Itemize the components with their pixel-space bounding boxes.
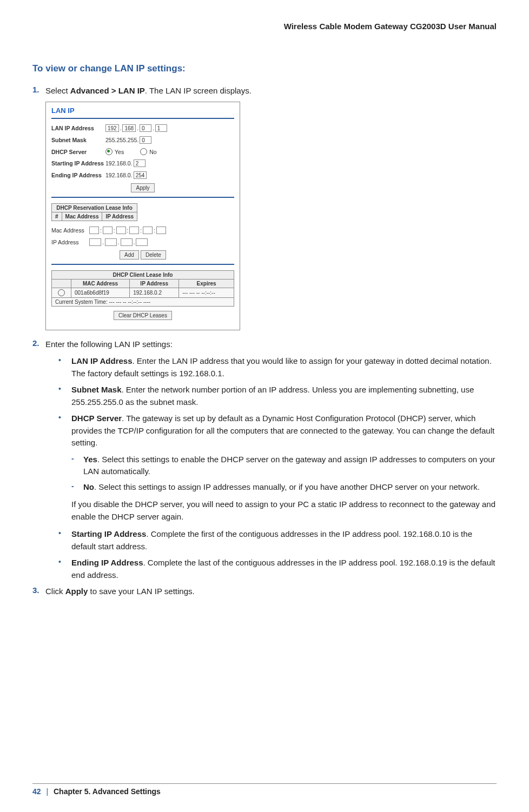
bold: LAN IP Address — [71, 356, 133, 365]
client-exp-header: Expires — [179, 279, 234, 288]
client-radio[interactable] — [52, 288, 71, 298]
radio-yes-label: Yes — [115, 149, 124, 155]
bullet-text: DHCP Server. The gateway is set up by de… — [71, 412, 497, 449]
bullet-text: Ending IP Address. Complete the last of … — [71, 557, 497, 581]
client-exp: --- --- -- --:--:-- — [179, 288, 234, 298]
ip-prefix: 192.168.0. — [105, 172, 133, 178]
colon: : — [154, 228, 155, 234]
bullet-icon: • — [58, 557, 71, 581]
bold: Starting IP Address — [71, 529, 146, 538]
divider — [51, 264, 234, 265]
mac-input[interactable] — [116, 227, 126, 234]
ip-label: IP Address — [51, 239, 89, 245]
mac-input[interactable] — [89, 227, 99, 234]
dash-text: Yes. Select this settings to enable the … — [83, 454, 497, 478]
dash-icon: - — [71, 454, 83, 478]
subnet-prefix: 255.255.255. — [105, 137, 138, 143]
bold-text: Advanced > LAN IP — [70, 86, 145, 95]
dhcp-label: DHCP Server — [51, 149, 105, 155]
mac-input[interactable] — [156, 227, 166, 234]
end-ip-input[interactable]: 254 — [134, 171, 147, 179]
colon: : — [114, 228, 115, 234]
bullet-text: Subnet Mask. Enter the network number po… — [71, 384, 497, 408]
system-time: Current System Time: --- --- -- --:--:--… — [52, 298, 234, 307]
ip-octet-input[interactable]: 168 — [122, 124, 136, 132]
panel-title: LAN IP — [51, 107, 234, 115]
text: . Select this settings to enable the DHC… — [83, 455, 495, 476]
start-ip-label: Starting IP Address — [51, 160, 105, 167]
divider — [51, 197, 234, 198]
dot: . — [153, 125, 154, 131]
bullet-icon: • — [58, 355, 71, 380]
bullet-icon: • — [58, 528, 71, 553]
client-title: DHCP Client Lease Info — [52, 271, 234, 279]
step-number: 2. — [32, 338, 45, 350]
ip-input[interactable] — [105, 238, 117, 246]
subnet-input[interactable]: 0 — [140, 136, 151, 144]
text: . Enter the LAN IP address that you woul… — [71, 356, 492, 378]
reservation-table: DHCP Reservation Lease Info # Mac Addres… — [51, 203, 137, 221]
text: Select — [45, 86, 70, 95]
ip-input[interactable] — [121, 238, 133, 246]
radio-yes[interactable] — [105, 148, 113, 155]
step-text: Click Apply to save your LAN IP settings… — [45, 585, 195, 597]
step-number: 3. — [32, 585, 45, 597]
bold-text: Apply — [65, 587, 88, 596]
colon: : — [100, 228, 102, 234]
ip-octet-input[interactable]: 192 — [105, 124, 119, 132]
ip-input[interactable] — [89, 238, 101, 246]
ip-octet-input[interactable]: 0 — [140, 124, 151, 132]
client-ip-header: IP Address — [130, 279, 179, 288]
dash-icon: - — [71, 481, 83, 494]
text: . The gateway is set up by default as a … — [71, 414, 494, 447]
dot: . — [137, 125, 138, 131]
subnet-label: Subnet Mask — [51, 137, 105, 143]
client-mac-header: MAC Address — [71, 279, 129, 288]
col-mac: Mac Address — [62, 212, 102, 221]
note-text: If you disable the DHCP server, you will… — [71, 498, 497, 523]
mac-input[interactable] — [129, 227, 139, 234]
add-button[interactable]: Add — [120, 250, 139, 259]
text: . Select this settings to assign IP addr… — [94, 482, 480, 491]
colon: : — [140, 228, 142, 234]
bullet-text: LAN IP Address. Enter the LAN IP address… — [71, 355, 497, 380]
dot: . — [134, 239, 135, 245]
dot: . — [118, 239, 120, 245]
bullet-text: Starting IP Address. Complete the first … — [71, 528, 497, 553]
clear-leases-button[interactable]: Clear DHCP Leases — [114, 311, 172, 320]
chapter-title: Chapter 5. Advanced Settings — [54, 787, 161, 796]
delete-button[interactable]: Delete — [141, 250, 166, 259]
radio-no[interactable] — [140, 148, 147, 155]
colon: : — [127, 228, 129, 234]
radio-col — [52, 279, 71, 288]
apply-button[interactable]: Apply — [131, 183, 154, 192]
ip-input[interactable] — [136, 238, 148, 246]
page-footer: 42 | Chapter 5. Advanced Settings — [0, 783, 529, 796]
text: to save your LAN IP settings. — [88, 587, 194, 596]
mac-label: Mac Address — [51, 227, 89, 234]
bold: DHCP Server — [71, 414, 122, 423]
ip-octet-input[interactable]: 1 — [155, 124, 167, 132]
mac-input[interactable] — [103, 227, 113, 234]
bullet-icon: • — [58, 384, 71, 408]
footer-divider — [32, 783, 497, 784]
bold: Subnet Mask — [71, 385, 122, 394]
divider — [51, 118, 234, 119]
lan-ip-screenshot: LAN IP LAN IP Address 192. 168. 0. 1 Sub… — [45, 102, 240, 330]
client-lease-table: DHCP Client Lease Info MAC Address IP Ad… — [51, 270, 234, 307]
dash-text: No. Select this settings to assign IP ad… — [83, 481, 480, 494]
radio-no-label: No — [149, 149, 156, 155]
mac-input[interactable] — [143, 227, 153, 234]
text: . Enter the network number portion of an… — [71, 385, 474, 407]
dot: . — [102, 239, 104, 245]
client-mac: 001a6b6d8f19 — [71, 288, 129, 298]
section-heading: To view or change LAN IP settings: — [32, 63, 497, 74]
bullet-icon: • — [58, 412, 71, 449]
bold: Ending IP Address — [71, 558, 143, 567]
doc-header: Wireless Cable Modem Gateway CG2003D Use… — [32, 22, 497, 31]
step-text: Enter the following LAN IP settings: — [45, 338, 173, 350]
start-ip-input[interactable]: 2 — [134, 159, 146, 167]
step-number: 1. — [32, 85, 45, 96]
step-text: Select Advanced > LAN IP. The LAN IP scr… — [45, 85, 252, 96]
bold: Yes — [83, 455, 97, 464]
